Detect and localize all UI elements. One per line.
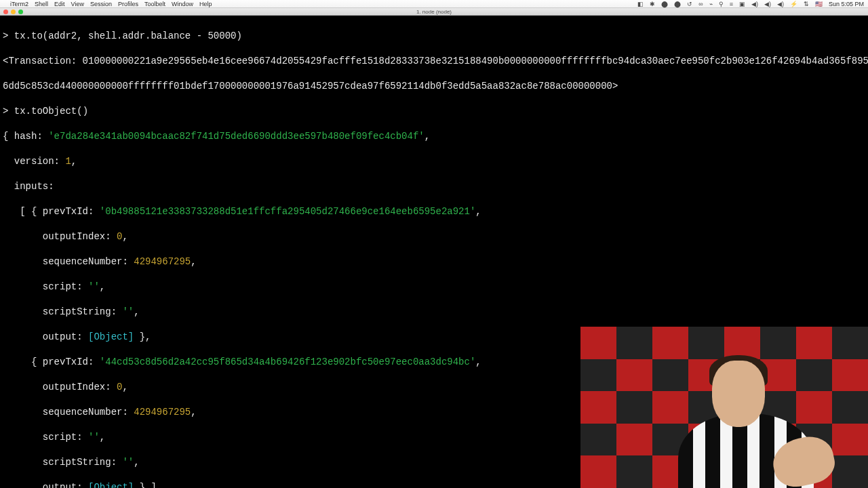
hash-value: 'e7da284e341ab0094bcaac82f741d75ded6690d…: [48, 131, 425, 142]
repl-input: tx.to(addr2, shell.addr.balance - 50000): [14, 30, 242, 41]
battery-icon[interactable]: ⚡: [790, 1, 797, 7]
repl-input: tx.toObject(): [14, 106, 88, 117]
flag-icon[interactable]: 🇺🇸: [815, 1, 823, 7]
menubar-item-edit[interactable]: Edit: [54, 1, 65, 7]
menubar-item-session[interactable]: Session: [90, 1, 112, 7]
sequence-value: 4294967295: [134, 256, 191, 267]
webcam-overlay: [580, 327, 868, 488]
menubar-item-window[interactable]: Window: [172, 1, 193, 7]
prevtxid-value: '0b49885121e3383733288d51e1ffcffa295405d…: [100, 206, 476, 217]
spotlight-icon[interactable]: ⚲: [719, 1, 724, 7]
script-value: '': [88, 281, 100, 292]
status-icon[interactable]: ⬤: [661, 1, 668, 7]
object-tag: [Object]: [88, 482, 134, 489]
status-icon[interactable]: ↺: [687, 1, 692, 7]
object-tag: [Object]: [88, 331, 134, 342]
scriptstring-value: '': [122, 457, 134, 468]
zoom-window-icon[interactable]: [18, 9, 23, 14]
traffic-lights: [3, 9, 23, 14]
repl-output: <Transaction: 010000000221a9e29565eb4e16…: [3, 55, 865, 68]
version-value: 1: [65, 156, 71, 167]
menubar-left: iTerm2 Shell Edit View Session Profiles …: [4, 1, 212, 7]
volume-icon[interactable]: ◀): [764, 1, 771, 7]
volume-icon[interactable]: ◀): [751, 1, 758, 7]
control-center-icon[interactable]: ≡: [730, 1, 733, 7]
status-icon[interactable]: ⬤: [674, 1, 681, 7]
sequence-value: 4294967295: [134, 407, 191, 418]
menubar-right: ◧ ✱ ⬤ ⬤ ↺ ∞ ⌁ ⚲ ≡ ▣ ◀) ◀) ◀) ⚡ ⇅ 🇺🇸 Sun …: [637, 1, 864, 7]
menubar-item-toolbelt[interactable]: Toolbelt: [144, 1, 165, 7]
repl-output: 6dd5c853cd440000000000ffffffff01bdef1700…: [3, 80, 865, 93]
macos-menubar: iTerm2 Shell Edit View Session Profiles …: [0, 0, 868, 8]
status-icon[interactable]: ✱: [650, 1, 655, 7]
status-icon[interactable]: ◧: [637, 1, 644, 7]
volume-icon[interactable]: ◀): [777, 1, 784, 7]
window-titlebar[interactable]: 1. node (node): [0, 8, 868, 16]
menubar-clock[interactable]: Sun 5:05 PM: [829, 1, 864, 7]
scriptstring-value: '': [122, 306, 134, 317]
menubar-item-profiles[interactable]: Profiles: [118, 1, 138, 7]
status-icon[interactable]: ⌁: [709, 1, 713, 7]
display-icon[interactable]: ▣: [739, 1, 745, 7]
wifi-icon[interactable]: ⇅: [804, 1, 809, 7]
status-icon[interactable]: ∞: [698, 1, 703, 7]
webcam-person: [665, 352, 814, 488]
menubar-item-help[interactable]: Help: [199, 1, 212, 7]
menubar-app-name[interactable]: iTerm2: [10, 1, 28, 7]
menubar-item-view[interactable]: View: [71, 1, 84, 7]
close-window-icon[interactable]: [3, 9, 8, 14]
script-value: '': [88, 432, 100, 443]
window-title: 1. node (node): [416, 9, 452, 15]
minimize-window-icon[interactable]: [11, 9, 16, 14]
menubar-item-shell[interactable]: Shell: [35, 1, 48, 7]
prevtxid-value: '44cd53c8d56d2a42cc95f865d34a4b69426f123…: [100, 357, 476, 367]
person-head: [712, 361, 765, 427]
